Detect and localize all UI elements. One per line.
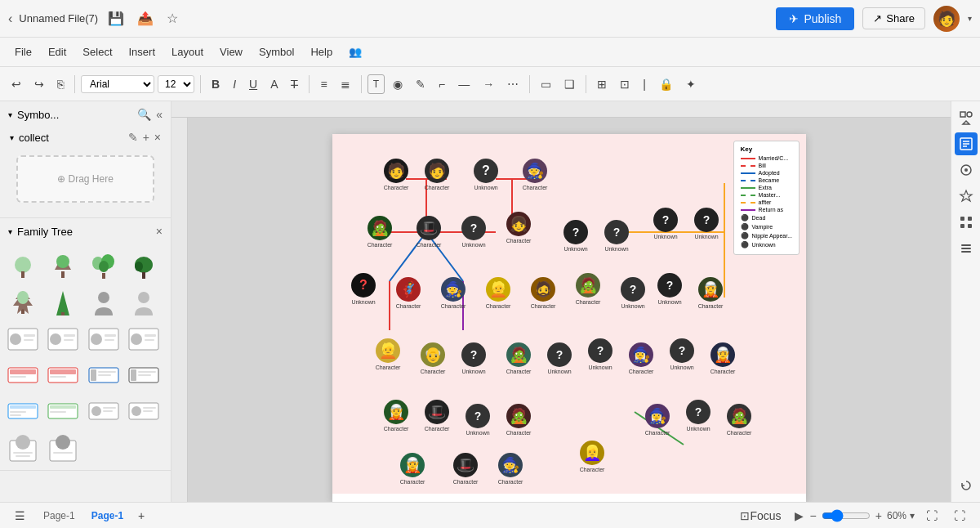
person-node-24[interactable]: ? Unknown <box>655 273 684 306</box>
shape-tree-4[interactable] <box>127 251 160 284</box>
shape-id-card-3[interactable] <box>87 323 120 356</box>
person-node-32[interactable]: 🎩 Character <box>422 400 452 432</box>
person-node-29[interactable]: ? Unknown <box>667 338 697 371</box>
menu-symbol[interactable]: Symbol <box>252 43 301 61</box>
collect-header[interactable]: ▾ collect ✎ + × <box>8 128 163 147</box>
frame-button[interactable]: ▭ <box>536 74 556 94</box>
more2-button[interactable]: ⊡ <box>615 74 635 94</box>
person-node-12[interactable]: 👱 Character <box>483 277 513 310</box>
menu-help[interactable]: Help <box>304 43 339 61</box>
shadow-button[interactable]: ❑ <box>559 74 580 94</box>
undo-button[interactable]: ↩ <box>7 74 26 94</box>
style-panel-btn[interactable] <box>955 159 978 181</box>
text-style-button[interactable]: T̶ <box>286 74 303 94</box>
publish-button[interactable]: ✈ Publish <box>776 7 854 30</box>
connector-button[interactable]: ⌐ <box>434 74 450 94</box>
collect-edit-icon[interactable]: ✎ <box>128 131 138 144</box>
add-page-button[interactable]: + <box>133 506 149 526</box>
effects-panel-btn[interactable] <box>955 185 978 208</box>
more1-button[interactable]: ⊞ <box>592 74 612 94</box>
tools-button[interactable]: ✦ <box>681 74 701 94</box>
menu-view[interactable]: View <box>213 43 249 61</box>
person-node-5[interactable]: 🧟 Character <box>365 216 394 248</box>
menu-layout[interactable]: Layout <box>165 43 210 61</box>
separator-icon[interactable]: | <box>638 74 651 94</box>
shape-id-card-4[interactable] <box>127 323 160 356</box>
share-button[interactable]: ↗ Share <box>862 7 925 29</box>
menu-collab[interactable]: 👥 <box>342 43 368 61</box>
export-icon[interactable]: 📤 <box>134 7 157 29</box>
symbols-search-icon[interactable]: 🔍 <box>137 108 151 121</box>
fullscreen-button[interactable]: ⛶ <box>949 506 970 526</box>
person-node-14[interactable]: ? Unknown <box>602 220 631 253</box>
zoom-in-button[interactable]: + <box>874 508 884 524</box>
panel-toggle-icon[interactable]: ☰ <box>10 506 30 526</box>
person-node-7[interactable]: ? Unknown <box>459 216 488 248</box>
symbols2-panel-btn[interactable] <box>955 211 978 234</box>
person-node-34[interactable]: 🧟 Character <box>504 404 533 436</box>
person-node-41[interactable]: 👱‍♀️ Character <box>577 441 607 473</box>
person-node-36[interactable]: ? Unknown <box>684 400 713 432</box>
font-color-button[interactable]: A <box>265 74 283 94</box>
shape-card-row2-1[interactable] <box>7 395 39 427</box>
shape-id-card-2[interactable] <box>47 323 79 356</box>
shapes-panel-btn[interactable] <box>955 106 978 129</box>
text-box-button[interactable]: T <box>368 74 385 94</box>
person-node-38[interactable]: 🧝 Character <box>398 453 427 485</box>
person-node-22[interactable]: ? Unknown <box>459 342 488 375</box>
line1-button[interactable]: — <box>453 74 474 94</box>
bold-button[interactable]: B <box>207 74 225 94</box>
font-size-select[interactable]: 12 <box>158 75 194 93</box>
underline-button[interactable]: U <box>244 74 262 94</box>
person-node-23[interactable]: 🧟 Character <box>504 342 533 375</box>
shape-person-silhouette-1[interactable] <box>87 287 120 320</box>
shape-tree-1[interactable] <box>7 251 39 284</box>
person-node-4[interactable]: 🧙 Character <box>520 159 550 191</box>
person-node-21[interactable]: 👴 Character <box>418 342 448 375</box>
menu-file[interactable]: File <box>8 43 38 61</box>
shape-id-card-1[interactable] <box>7 323 39 356</box>
person-node-8[interactable]: 👧 Character <box>504 212 533 244</box>
italic-button[interactable]: I <box>228 74 241 94</box>
align-button[interactable]: ≡ <box>315 74 332 94</box>
clone-button[interactable]: ⎘ <box>52 74 69 94</box>
person-node-3[interactable]: ? Unknown <box>471 159 501 191</box>
shape-small-card-3[interactable] <box>87 359 120 392</box>
collect-close-icon[interactable]: × <box>154 131 161 144</box>
page-tab-active[interactable]: Page-1 <box>85 508 130 523</box>
person-node-20[interactable]: 👱 Character <box>373 338 403 371</box>
line3-button[interactable]: ⋯ <box>502 74 523 94</box>
shape-small-card-1[interactable] <box>7 359 39 392</box>
redo-button[interactable]: ↪ <box>29 74 49 94</box>
symbols-header[interactable]: ▾ Symbo... 🔍 « <box>0 101 171 128</box>
shape-person-card-1[interactable] <box>7 431 39 463</box>
family-tree-header[interactable]: ▾ Family Tree × <box>0 218 171 244</box>
shape-card-row2-2[interactable] <box>47 395 79 427</box>
shape-small-card-2[interactable] <box>47 359 79 392</box>
layers-panel-btn[interactable] <box>955 237 978 260</box>
zoom-out-button[interactable]: − <box>808 508 818 524</box>
page-label-inactive[interactable]: Page-1 <box>37 508 82 523</box>
person-node-28[interactable]: 🧙‍♀️ Character <box>626 342 656 375</box>
shape-tree-2[interactable] <box>47 251 79 284</box>
collect-add-icon[interactable]: + <box>143 131 149 144</box>
list-button[interactable]: ≣ <box>336 74 355 94</box>
person-node-19[interactable]: ? Unknown <box>618 277 648 310</box>
pen-button[interactable]: ✎ <box>411 74 430 94</box>
person-node-17[interactable]: 🧔 Character <box>528 277 558 310</box>
lock-button[interactable]: 🔒 <box>654 74 678 94</box>
fit-button[interactable]: ⛶ <box>921 506 942 526</box>
menu-select[interactable]: Select <box>76 43 118 61</box>
person-node-33[interactable]: ? Unknown <box>463 404 492 436</box>
save-icon[interactable]: 💾 <box>105 7 127 29</box>
person-node-40[interactable]: 🧙 Character <box>496 453 525 485</box>
font-family-select[interactable]: Arial <box>81 75 154 93</box>
person-node-1[interactable]: 🧑 Character <box>381 159 411 191</box>
person-node-18[interactable]: 🧟 Character <box>573 273 603 306</box>
menu-edit[interactable]: Edit <box>42 43 73 61</box>
person-node-2[interactable]: 🧑 Character <box>422 159 452 191</box>
zoom-slider[interactable] <box>822 509 871 522</box>
person-node-11[interactable]: 🧙 Character <box>439 277 468 310</box>
shape-tree-6[interactable] <box>47 287 79 320</box>
person-node-27[interactable]: ? Unknown <box>586 338 615 371</box>
